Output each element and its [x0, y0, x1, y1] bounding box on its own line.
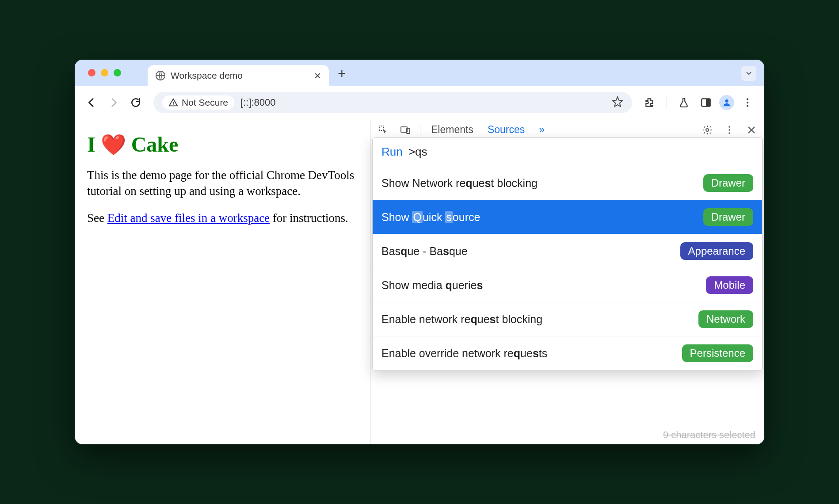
- command-category-badge: Persistence: [682, 344, 753, 362]
- command-item[interactable]: Basque - BasqueAppearance: [373, 234, 762, 268]
- command-input-row[interactable]: Run >qs: [373, 138, 762, 166]
- browser-tab[interactable]: Workspace demo ×: [148, 65, 329, 86]
- inspect-icon[interactable]: [376, 125, 391, 135]
- sidepanel-icon[interactable]: [697, 94, 715, 111]
- selection-status: 9 characters selected: [663, 429, 755, 441]
- tab-overflow-button[interactable]: [741, 66, 756, 81]
- command-category-badge: Network: [698, 310, 753, 328]
- traffic-lights: [84, 69, 148, 86]
- command-category-badge: Drawer: [703, 208, 753, 226]
- command-item-label: Basque - Basque: [381, 245, 468, 258]
- command-prefix: Run: [381, 145, 403, 158]
- svg-point-6: [747, 102, 748, 103]
- browser-window: Workspace demo × + Not Secure [::]:8000: [75, 60, 764, 444]
- svg-point-14: [728, 132, 730, 134]
- profile-avatar[interactable]: [719, 95, 734, 110]
- rendered-page: I ❤️ Cake This is the demo page for the …: [75, 119, 370, 444]
- page-paragraph-1: This is the demo page for the official C…: [87, 167, 358, 199]
- dt-separator: [420, 123, 420, 137]
- globe-icon: [156, 71, 165, 80]
- command-input-text: >qs: [408, 145, 427, 158]
- labs-icon[interactable]: [675, 94, 693, 111]
- command-item-label: Show Quick source: [381, 211, 480, 224]
- command-category-badge: Drawer: [703, 174, 753, 192]
- heading-prefix: I: [87, 132, 95, 157]
- svg-rect-3: [706, 99, 710, 106]
- command-item-label: Enable override network requests: [381, 347, 547, 360]
- page-heading: I ❤️ Cake: [87, 132, 358, 157]
- address-bar[interactable]: Not Secure [::]:8000: [153, 92, 632, 113]
- heading-suffix: Cake: [131, 132, 179, 157]
- command-item[interactable]: Show Quick sourceDrawer: [373, 200, 762, 234]
- command-item[interactable]: Enable override network requestsPersiste…: [373, 336, 762, 370]
- p2-prefix: See: [87, 211, 107, 225]
- browser-toolbar: Not Secure [::]:8000: [75, 86, 764, 119]
- command-item[interactable]: Show media queriesMobile: [373, 268, 762, 302]
- devtools-menu-icon[interactable]: [722, 125, 737, 135]
- svg-rect-9: [401, 127, 407, 132]
- devtools-panel: Elements Sources » Run >qs Show Network …: [370, 119, 764, 444]
- warning-icon: [168, 98, 178, 107]
- devtools-close-icon[interactable]: [744, 125, 759, 135]
- command-category-badge: Mobile: [706, 276, 753, 294]
- forward-button[interactable]: [105, 94, 122, 111]
- tab-title: Workspace demo: [171, 70, 243, 81]
- svg-point-7: [747, 105, 748, 107]
- command-list: Show Network request blockingDrawerShow …: [373, 166, 762, 370]
- window-close-icon[interactable]: [88, 69, 95, 76]
- command-item-label: Enable network request blocking: [381, 313, 542, 326]
- url-text: [::]:8000: [240, 97, 276, 108]
- tab-strip: Workspace demo × +: [75, 60, 764, 86]
- svg-point-4: [725, 99, 728, 103]
- tab-elements[interactable]: Elements: [427, 122, 477, 137]
- heart-icon: ❤️: [101, 133, 126, 157]
- chrome-menu-icon[interactable]: [739, 94, 756, 111]
- settings-gear-icon[interactable]: [700, 125, 715, 135]
- command-menu: Run >qs Show Network request blockingDra…: [372, 137, 763, 371]
- content-area: I ❤️ Cake This is the demo page for the …: [75, 119, 764, 444]
- svg-point-1: [173, 104, 174, 105]
- svg-point-5: [747, 98, 748, 100]
- p2-suffix: for instructions.: [270, 211, 348, 225]
- device-toggle-icon[interactable]: [398, 125, 413, 135]
- svg-point-13: [728, 129, 730, 131]
- command-item[interactable]: Enable network request blockingNetwork: [373, 302, 762, 336]
- svg-point-11: [706, 129, 709, 131]
- window-maximize-icon[interactable]: [114, 69, 121, 76]
- reload-button[interactable]: [127, 94, 145, 111]
- bookmark-star-icon[interactable]: [612, 96, 623, 109]
- back-button[interactable]: [83, 94, 100, 111]
- devtools-statusbar: 9 characters selected: [663, 429, 755, 441]
- tab-sources[interactable]: Sources: [484, 122, 528, 137]
- new-tab-button[interactable]: +: [329, 65, 355, 86]
- tab-more[interactable]: »: [535, 122, 548, 137]
- command-item-label: Show Network request blocking: [381, 177, 538, 190]
- window-minimize-icon[interactable]: [101, 69, 108, 76]
- svg-point-12: [728, 126, 730, 128]
- close-tab-icon[interactable]: ×: [314, 69, 321, 83]
- extensions-icon[interactable]: [641, 94, 659, 111]
- tutorial-link[interactable]: Edit and save files in a workspace: [107, 211, 270, 225]
- security-label: Not Secure: [182, 97, 228, 108]
- page-paragraph-2: See Edit and save files in a workspace f…: [87, 210, 358, 226]
- toolbar-separator: [667, 96, 667, 109]
- command-item-label: Show media queries: [381, 279, 483, 292]
- command-item[interactable]: Show Network request blockingDrawer: [373, 166, 762, 200]
- security-chip[interactable]: Not Secure: [162, 95, 234, 110]
- command-category-badge: Appearance: [680, 242, 753, 260]
